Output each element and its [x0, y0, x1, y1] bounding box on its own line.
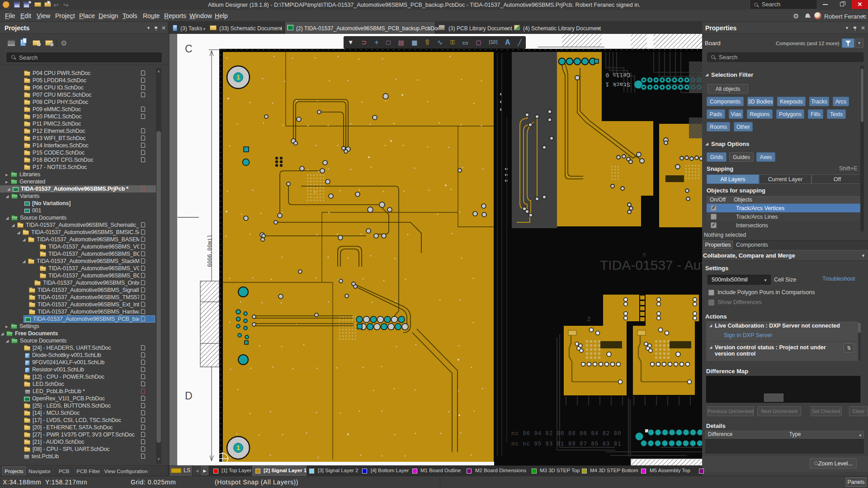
svg-text:6006.00mil: 6006.00mil	[207, 235, 213, 267]
svg-text:nc 96 94 92 90 88 86 84 82 80: nc 96 94 92 90 88 86 84 82 80	[511, 431, 622, 437]
svg-text:TIDA-01537 - Auto: TIDA-01537 - Auto	[600, 258, 702, 272]
svg-text:D: D	[185, 390, 193, 402]
svg-text:®: ®	[642, 252, 646, 258]
svg-text:2: 2	[587, 315, 590, 322]
svg-text:1: 1	[236, 444, 240, 451]
svg-text:Cells 0: Cells 0	[605, 71, 630, 78]
svg-text:Stack 1: Stack 1	[605, 81, 630, 88]
svg-text:C: C	[185, 43, 193, 55]
svg-text:nc nc 95 93 91 89 87 85 83 81: nc nc 95 93 91 89 87 85 83 81	[511, 441, 622, 447]
svg-text:1: 1	[236, 73, 240, 81]
